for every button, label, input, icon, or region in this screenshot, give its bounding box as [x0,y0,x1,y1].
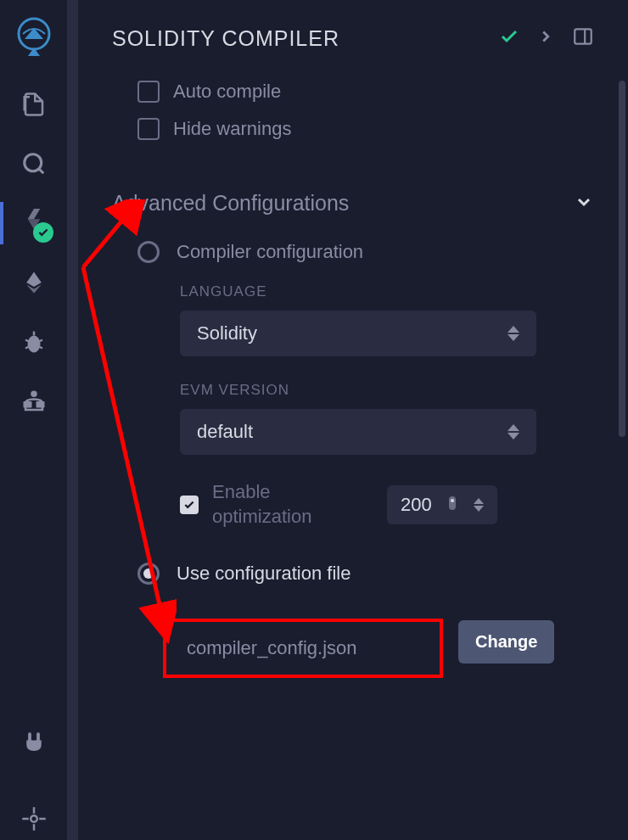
checkmark-icon[interactable] [499,26,519,50]
svg-rect-10 [23,401,31,408]
svg-rect-11 [36,401,44,408]
advanced-config-header[interactable]: Advanced Configurations [112,191,594,216]
advanced-config-title: Advanced Configurations [112,191,349,216]
remix-logo-icon[interactable] [13,15,55,58]
panel-title: SOLIDITY COMPILER [112,26,339,51]
hide-warnings-checkbox[interactable] [137,118,160,140]
compiler-config-radio-row: Compiler configuration [112,241,594,263]
svg-point-9 [31,391,37,398]
check-badge-icon [33,222,53,243]
auto-compile-label: Auto compile [173,81,281,103]
deploy-icon[interactable] [21,270,47,295]
svg-line-2 [38,169,42,173]
use-config-file-radio[interactable] [137,563,160,585]
hide-warnings-row: Hide warnings [112,118,594,140]
auto-compile-checkbox[interactable] [137,81,160,103]
scroll-indicator-icon [447,495,457,515]
hide-warnings-label: Hide warnings [173,118,291,140]
config-file-name: compiler_config.json [163,619,443,678]
solidity-compiler-icon[interactable] [21,210,47,236]
debugger-icon[interactable] [21,329,47,355]
sidebar [0,0,68,840]
optimization-row: Enable optimization 200 [112,480,594,529]
enable-optimization-label: Enable optimization [212,480,373,529]
panel-toggle-icon[interactable] [572,25,594,51]
svg-point-3 [27,336,40,353]
auto-compile-row: Auto compile [112,81,594,103]
language-value: Solidity [197,322,257,344]
compiler-config-radio[interactable] [137,241,160,263]
optimization-runs-input[interactable]: 200 [387,485,497,524]
language-field: LANGUAGE Solidity [112,283,594,356]
use-config-file-label: Use configuration file [177,563,350,585]
evm-label: EVM VERSION [180,382,594,399]
compiler-panel: SOLIDITY COMPILER Auto compile [78,0,628,840]
evm-value: default [197,421,253,443]
search-icon[interactable] [21,151,47,176]
evm-select[interactable]: default [180,409,536,455]
scrollbar[interactable] [619,81,625,437]
panel-header: SOLIDITY COMPILER [112,25,594,51]
language-select[interactable]: Solidity [180,311,536,356]
chevron-right-icon[interactable] [536,27,555,49]
language-label: LANGUAGE [180,283,594,300]
config-file-row: compiler_config.json Change [112,605,594,678]
select-chevrons-icon [507,326,519,341]
change-button[interactable]: Change [458,620,554,664]
use-config-file-row: Use configuration file [112,563,594,585]
number-chevrons-icon [474,498,484,512]
select-chevrons-icon [507,424,519,440]
header-icons [499,25,594,51]
panel-divider [68,0,78,840]
evm-field: EVM VERSION default [112,382,594,455]
settings-icon[interactable] [21,806,47,832]
chevron-down-icon [574,192,594,216]
svg-point-12 [31,815,37,822]
svg-rect-13 [575,29,592,43]
svg-point-1 [24,154,41,171]
svg-point-16 [451,499,454,502]
learn-icon[interactable] [21,389,47,414]
optimization-value: 200 [401,494,432,516]
enable-optimization-checkbox[interactable] [180,496,199,514]
svg-rect-15 [449,496,456,510]
files-icon[interactable] [21,92,47,117]
plugin-icon[interactable] [21,730,47,755]
compiler-config-label: Compiler configuration [177,241,363,263]
